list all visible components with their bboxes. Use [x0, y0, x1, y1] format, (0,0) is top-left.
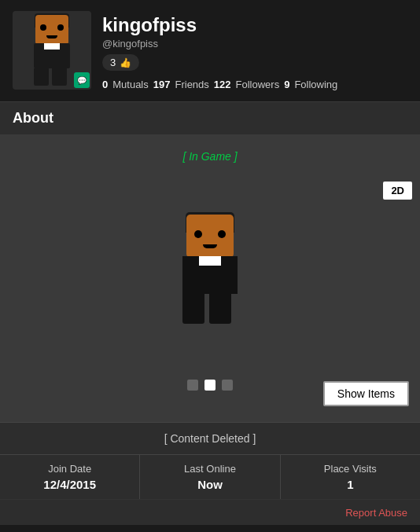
big-mouth	[203, 244, 217, 248]
last-online-value: Now	[146, 478, 273, 491]
big-legs	[182, 294, 238, 324]
carousel-dot-1[interactable]	[187, 380, 198, 391]
online-badge: 💬	[74, 72, 90, 88]
big-leg-left	[182, 294, 204, 324]
place-visits-stat: Place Visits 1	[281, 455, 420, 499]
following-value: 9	[284, 79, 289, 90]
carousel-dots	[187, 380, 233, 391]
profile-header: 💬 kingofpiss @kingofpiss 3 👍 0 Mutuals 1…	[0, 0, 420, 101]
profile-stats: 0 Mutuals 197 Friends 122 Followers 9 Fo…	[102, 79, 407, 90]
avatar-viewer: [ In Game ] 2D Show Items	[0, 134, 420, 422]
followers-value: 122	[214, 79, 231, 90]
char-collar	[44, 43, 60, 50]
char-eye-right	[57, 24, 64, 31]
big-character	[171, 215, 249, 325]
profile-handle: @kingofpiss	[102, 38, 407, 50]
char-eye-left	[40, 24, 46, 31]
join-date-stat: Join Date 12/4/2015	[0, 455, 140, 499]
show-items-button[interactable]: Show Items	[323, 381, 409, 406]
last-online-label: Last Online	[146, 463, 273, 475]
char-legs	[34, 68, 70, 86]
big-head	[186, 215, 234, 258]
profile-username: kingofpiss	[102, 14, 407, 36]
last-online-stat: Last Online Now	[140, 455, 280, 499]
content-deleted-text: [ Content Deleted ]	[164, 432, 256, 445]
char-eyes	[40, 24, 64, 31]
char-leg-left	[34, 68, 49, 86]
likes-count: 3	[110, 57, 116, 68]
carousel-dot-2[interactable]	[204, 380, 216, 391]
big-eye-left	[194, 230, 202, 238]
friends-label: Friends	[175, 79, 208, 90]
big-collar	[199, 256, 221, 266]
mutuals-value: 0	[102, 79, 108, 90]
following-label: Following	[294, 79, 337, 90]
big-eyes	[194, 230, 226, 238]
mutuals-label: Mutuals	[112, 79, 149, 90]
carousel-dot-3[interactable]	[222, 380, 233, 391]
view-2d-button[interactable]: 2D	[383, 182, 412, 200]
friends-value: 197	[153, 79, 171, 90]
profile-likes[interactable]: 3 👍	[102, 54, 139, 71]
in-game-status: [ In Game ]	[182, 150, 237, 163]
char-leg-right	[52, 68, 67, 86]
avatar-wrapper: 💬	[13, 11, 91, 90]
place-visits-label: Place Visits	[287, 463, 414, 475]
big-eye-right	[218, 230, 226, 238]
avatar-3d-display	[147, 183, 273, 356]
followers-label: Followers	[236, 79, 280, 90]
profile-info: kingofpiss @kingofpiss 3 👍 0 Mutuals 197…	[102, 11, 407, 90]
footer: Report Abuse	[0, 499, 420, 525]
thumbs-up-icon: 👍	[120, 57, 131, 68]
stats-bar: Join Date 12/4/2015 Last Online Now Plac…	[0, 454, 420, 499]
about-title: About	[13, 110, 53, 126]
chat-icon: 💬	[77, 76, 87, 85]
place-visits-value: 1	[287, 478, 414, 491]
report-abuse-link[interactable]: Report Abuse	[345, 507, 407, 519]
about-section: About	[0, 101, 420, 134]
join-date-label: Join Date	[6, 463, 133, 475]
char-mouth	[46, 35, 57, 39]
big-leg-right	[209, 294, 231, 324]
char-head	[35, 15, 68, 45]
join-date-value: 12/4/2015	[6, 478, 133, 491]
content-deleted-banner: [ Content Deleted ]	[0, 422, 420, 454]
